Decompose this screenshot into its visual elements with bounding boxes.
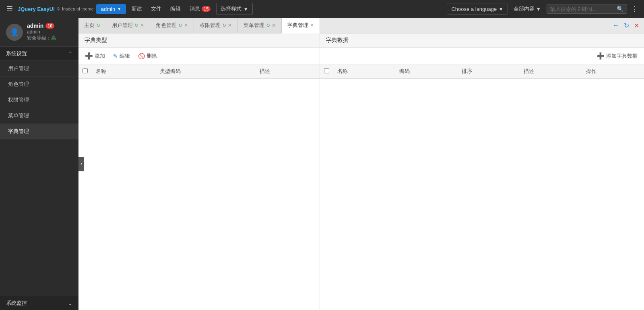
del-dict-type-button[interactable]: 🚫 删除 bbox=[136, 51, 159, 61]
edit-button[interactable]: 编辑 bbox=[167, 3, 184, 15]
sidebar-item-role-mgmt[interactable]: 角色管理 bbox=[0, 77, 78, 92]
user-name: admin bbox=[27, 23, 43, 29]
msg-label: 消息 bbox=[190, 5, 200, 12]
tab-user-mgmt[interactable]: 用户管理 ↻ ✕ bbox=[106, 18, 150, 33]
sidebar-item-menu-mgmt[interactable]: 菜单管理 bbox=[0, 108, 78, 124]
sidebar-item-dict-mgmt[interactable]: 字典管理 bbox=[0, 124, 78, 139]
sidebar-item-user-mgmt[interactable]: 用户管理 bbox=[0, 61, 78, 77]
tab-home-label: 主页 bbox=[84, 22, 95, 29]
collapse-icon: ⌃ bbox=[68, 51, 72, 56]
tab-menu-close-icon[interactable]: ✕ bbox=[272, 23, 276, 28]
sidebar-collapse-button[interactable]: ‹ bbox=[78, 157, 84, 171]
file-button[interactable]: 文件 bbox=[148, 3, 165, 15]
dict-type-panel-header: 字典类型 bbox=[78, 33, 320, 48]
system-settings-header[interactable]: 系统设置 ⌃ bbox=[0, 47, 78, 61]
dict-type-select-all-cell bbox=[78, 64, 92, 79]
search-icon[interactable]: 🔍 bbox=[617, 6, 623, 12]
user-info: admin 10 admin 安全等级：高 bbox=[27, 23, 56, 42]
delete-icon: 🚫 bbox=[138, 53, 145, 59]
tab-role-refresh-icon[interactable]: ↻ bbox=[178, 23, 182, 28]
del-label: 删除 bbox=[147, 52, 157, 60]
search-box: 🔍 bbox=[547, 4, 627, 14]
tab-home[interactable]: 主页 ↻ bbox=[78, 18, 106, 33]
msg-badge: 15 bbox=[202, 6, 211, 12]
brand-copy: © bbox=[57, 6, 60, 11]
dict-data-col-name: 名称 bbox=[333, 64, 395, 79]
tab-role-close-icon[interactable]: ✕ bbox=[184, 23, 188, 28]
dict-data-table-header: 名称 编码 排序 描述 bbox=[320, 64, 644, 79]
edit-icon: ✎ bbox=[113, 53, 118, 59]
dict-type-toolbar: ➕ 添加 ✎ 编辑 🚫 删除 bbox=[78, 48, 320, 64]
brand: JQuery EasyUI © Insdep of theme bbox=[18, 6, 94, 12]
admin-button[interactable]: admin ▼ bbox=[96, 4, 126, 14]
tab-user-refresh-icon[interactable]: ↻ bbox=[134, 23, 138, 28]
tab-forward-button[interactable]: ↻ bbox=[622, 20, 631, 31]
edit-label: 编辑 bbox=[120, 52, 130, 60]
dict-type-panel: 字典类型 ➕ 添加 ✎ 编辑 🚫 删除 bbox=[78, 33, 320, 310]
tab-back-button[interactable]: ← bbox=[611, 20, 621, 31]
style-arrow-icon: ▼ bbox=[243, 6, 248, 12]
add-dict-data-button[interactable]: ➕ 添加字典数据 bbox=[594, 51, 640, 61]
new-button[interactable]: 新建 bbox=[128, 3, 145, 15]
system-monitor-header[interactable]: 系统监控 ⌄ bbox=[0, 296, 78, 310]
message-button[interactable]: 消息 15 bbox=[186, 3, 214, 15]
search-input[interactable] bbox=[550, 6, 615, 12]
system-monitor-title: 系统监控 bbox=[6, 300, 27, 307]
tab-home-refresh-icon[interactable]: ↻ bbox=[96, 23, 100, 28]
tab-dict-mgmt[interactable]: 字典管理 ✕ bbox=[282, 18, 320, 33]
user-security: 安全等级：高 bbox=[27, 35, 56, 42]
language-button[interactable]: Choose a language ▼ bbox=[447, 4, 508, 15]
tab-dict-close-icon[interactable]: ✕ bbox=[310, 23, 314, 28]
tab-perm-mgmt-label: 权限管理 bbox=[200, 22, 221, 29]
dict-data-col-code: 编码 bbox=[395, 64, 457, 79]
edit-dict-type-button[interactable]: ✎ 编辑 bbox=[111, 51, 132, 61]
more-button[interactable]: ⋮ bbox=[630, 3, 640, 15]
tab-menu-mgmt-label: 菜单管理 bbox=[244, 22, 264, 29]
content-arrow-icon: ▼ bbox=[536, 6, 541, 12]
sidebar-bottom: 系统监控 ⌄ bbox=[0, 296, 78, 310]
add-dict-data-label: 添加字典数据 bbox=[606, 52, 638, 60]
user-id: admin bbox=[27, 29, 56, 35]
tab-menu-refresh-icon[interactable]: ↻ bbox=[266, 23, 270, 28]
lang-arrow-icon: ▼ bbox=[498, 6, 504, 12]
dict-data-panel-header: 字典数据 bbox=[320, 33, 644, 48]
main-layout: 👤 admin 10 admin 安全等级：高 系统设置 ⌃ 用户管理 角色管理 bbox=[0, 18, 644, 310]
content-area: 字典类型 ➕ 添加 ✎ 编辑 🚫 删除 bbox=[78, 33, 644, 310]
avatar: 👤 bbox=[6, 24, 23, 41]
tab-close-all-button[interactable]: ✕ bbox=[632, 20, 641, 31]
add-dict-data-icon: ➕ bbox=[597, 52, 605, 60]
tabs-actions: ← ↻ ✕ bbox=[608, 20, 644, 31]
tab-dict-mgmt-label: 字典管理 bbox=[287, 22, 308, 29]
dict-type-title: 字典类型 bbox=[85, 37, 107, 43]
style-label: 选择样式 bbox=[221, 5, 242, 12]
user-badge: 10 bbox=[45, 23, 54, 29]
security-level: 高 bbox=[51, 35, 56, 41]
dict-type-col-desc: 描述 bbox=[256, 64, 320, 79]
tab-perm-refresh-icon[interactable]: ↻ bbox=[222, 23, 226, 28]
dict-data-panel: 字典数据 ➕ 添加字典数据 bbox=[320, 33, 644, 310]
content-label: 全部内容 bbox=[514, 5, 535, 12]
lang-label: Choose a language bbox=[451, 6, 497, 12]
dict-data-col-action: 操作 bbox=[582, 64, 644, 79]
add-dict-type-button[interactable]: ➕ 添加 bbox=[83, 51, 107, 61]
dict-data-title: 字典数据 bbox=[326, 37, 349, 43]
dict-data-col-desc: 描述 bbox=[520, 64, 582, 79]
tab-role-mgmt-label: 角色管理 bbox=[156, 22, 177, 29]
content-button[interactable]: 全部内容 ▼ bbox=[510, 3, 544, 15]
dict-type-table: 名称 类型编码 描述 bbox=[78, 64, 320, 310]
user-panel: 👤 admin 10 admin 安全等级：高 bbox=[0, 18, 78, 47]
style-button[interactable]: 选择样式 ▼ bbox=[216, 3, 253, 15]
top-nav: ☰ JQuery EasyUI © Insdep of theme admin … bbox=[0, 0, 644, 18]
sidebar: 👤 admin 10 admin 安全等级：高 系统设置 ⌃ 用户管理 角色管理 bbox=[0, 18, 78, 310]
dict-data-select-all-checkbox[interactable] bbox=[324, 68, 329, 73]
tab-perm-close-icon[interactable]: ✕ bbox=[228, 23, 232, 28]
sidebar-item-perm-mgmt[interactable]: 权限管理 bbox=[0, 92, 78, 108]
tab-perm-mgmt[interactable]: 权限管理 ↻ ✕ bbox=[194, 18, 238, 33]
system-settings-title: 系统设置 bbox=[6, 50, 27, 57]
tab-menu-mgmt[interactable]: 菜单管理 ↻ ✕ bbox=[238, 18, 282, 33]
dict-type-select-all-checkbox[interactable] bbox=[83, 68, 88, 73]
hamburger-button[interactable]: ☰ bbox=[4, 3, 15, 15]
dict-type-table-header: 名称 类型编码 描述 bbox=[78, 64, 320, 79]
tab-user-close-icon[interactable]: ✕ bbox=[140, 23, 144, 28]
tab-role-mgmt[interactable]: 角色管理 ↻ ✕ bbox=[150, 18, 194, 33]
